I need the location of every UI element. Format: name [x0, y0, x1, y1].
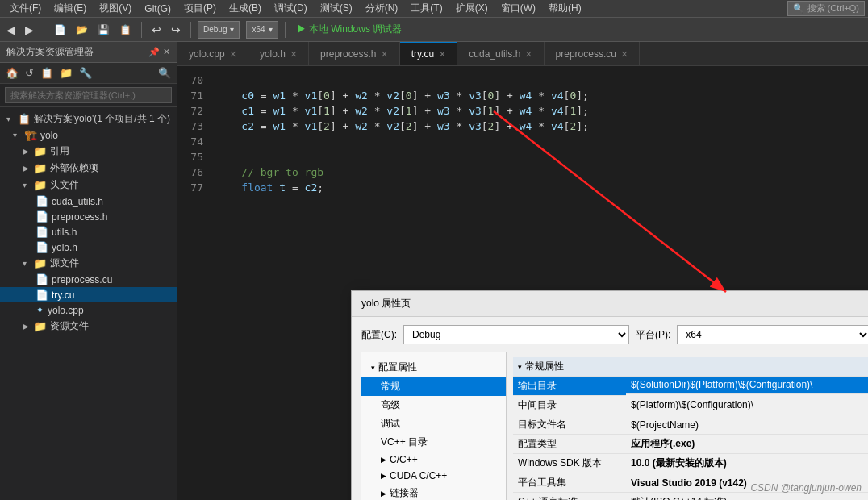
menu-item-edit[interactable]: 编辑(E) — [48, 0, 93, 17]
undo-btn[interactable]: ↩ — [148, 22, 165, 38]
tree-try-cu[interactable]: 📄 try.cu — [0, 287, 177, 302]
menu-item-project[interactable]: 项目(P) — [177, 0, 223, 17]
save-all-btn[interactable]: 📋 — [116, 23, 135, 37]
prop-name-platform-tools: 平台工具集 — [513, 473, 626, 493]
tree-yolo-h[interactable]: 📄 yolo.h — [0, 240, 177, 255]
menu-item-file[interactable]: 文件(F) — [3, 0, 48, 17]
tree-refs[interactable]: ▶ 📁 引用 — [0, 143, 177, 160]
dialog-body: 配置(C): Debug 平台(P): x64 配置管理器(O)... — [352, 317, 868, 500]
menu-item-tools[interactable]: 工具(T) — [404, 0, 449, 17]
cuda-utils-h-label: cuda_utils.h — [52, 196, 103, 207]
solution-explorer: 解决方案资源管理器 📌 ✕ 🏠 ↺ 📋 📁 🔧 🔍 ▾ 📋 解决方案'yolo'… — [0, 42, 177, 500]
prop-value-output-dir: $(SolutionDir)$(Platform)\$(Configuratio… — [626, 377, 868, 394]
sidebar-toolbar: 🏠 ↺ 📋 📁 🔧 🔍 — [0, 63, 177, 84]
dialog-panels: ▾ 配置属性 常规 高级 调试 VC++ 目录 ▶ C/C++ ▶ CUDA C… — [361, 352, 868, 500]
menu-item-test[interactable]: 测试(S) — [314, 0, 359, 17]
close-icon[interactable]: ✕ — [163, 47, 170, 57]
solution-arrow: ▾ — [6, 115, 15, 123]
platform-dropdown[interactable]: x64 ▾ — [246, 21, 278, 39]
config-dropdown[interactable]: Debug ▾ — [198, 21, 240, 39]
tree-preprocess-cu[interactable]: 📄 preprocess.cu — [0, 272, 177, 287]
search-box-menu[interactable]: 🔍 搜索 (Ctrl+Q) — [787, 1, 865, 16]
cat-config-arrow: ▾ — [371, 364, 375, 372]
tree-headers[interactable]: ▾ 📁 头文件 — [0, 177, 177, 194]
tree-preprocess-h[interactable]: 📄 preprocess.h — [0, 209, 177, 224]
config-value: Debug — [203, 25, 227, 34]
prop-value-target-name: $(ProjectName) — [626, 415, 868, 435]
tree-yolo-cpp[interactable]: ✦ yolo.cpp — [0, 302, 177, 318]
menu-item-git[interactable]: Git(G) — [138, 2, 177, 16]
menu-item-help[interactable]: 帮助(H) — [542, 0, 588, 17]
save-btn[interactable]: 💾 — [94, 23, 113, 37]
search-label: 搜索 (Ctrl+Q) — [807, 2, 859, 15]
prop-sub-advanced[interactable]: 高级 — [361, 396, 506, 415]
dialog-overlay: yolo 属性页 ? ✕ 配置(C): Debug 平台(P): — [177, 42, 868, 500]
menu-item-extensions[interactable]: 扩展(X) — [449, 0, 495, 17]
prop-section-general: ▾常规属性 — [513, 357, 868, 377]
forward-btn[interactable]: ▶ — [22, 22, 37, 38]
prop-sub-vc-dirs[interactable]: VC++ 目录 — [361, 433, 506, 452]
prop-row-target-name[interactable]: 目标文件名 $(ProjectName) — [513, 415, 868, 435]
sidebar-btn-1[interactable]: 🏠 — [3, 66, 21, 80]
sep4 — [285, 22, 286, 38]
prop-sub-cuda-cpp[interactable]: ▶ CUDA C/C++ — [361, 468, 506, 484]
prop-name-cpp-std: C++ 语言标准 — [513, 493, 626, 501]
sources-label: 源文件 — [50, 256, 79, 270]
sidebar-header: 解决方案资源管理器 📌 ✕ — [0, 42, 177, 63]
tree-extdeps[interactable]: ▶ 📁 外部依赖项 — [0, 160, 177, 177]
preprocess-h-label: preprocess.h — [52, 211, 107, 223]
dialog-title-bar: yolo 属性页 ? ✕ — [352, 291, 868, 317]
config-label: 配置(C): — [361, 328, 397, 342]
prop-sub-cpp[interactable]: ▶ C/C++ — [361, 452, 506, 468]
redo-btn[interactable]: ↪ — [168, 22, 184, 38]
tree-sources[interactable]: ▾ 📁 源文件 — [0, 255, 177, 272]
prop-name-target-name: 目标文件名 — [513, 415, 626, 435]
run-button[interactable]: ▶ 本地 Windows 调试器 — [292, 21, 407, 38]
tree-cuda-utils-h[interactable]: 📄 cuda_utils.h — [0, 194, 177, 209]
tree-solution[interactable]: ▾ 📋 解决方案'yolo'(1 个项目/共 1 个) — [0, 110, 177, 127]
pin-icon[interactable]: 📌 — [148, 47, 160, 57]
solution-icon: 📋 — [18, 113, 31, 125]
prop-name-int-dir: 中间目录 — [513, 396, 626, 415]
menu-item-build[interactable]: 生成(B) — [223, 0, 268, 17]
prop-row-win-sdk[interactable]: Windows SDK 版本 10.0 (最新安装的版本) — [513, 454, 868, 473]
search-btn[interactable]: 🔍 — [156, 66, 173, 80]
search-input[interactable] — [5, 87, 172, 103]
tree-utils-h[interactable]: 📄 utils.h — [0, 224, 177, 240]
dialog-left-panel: ▾ 配置属性 常规 高级 调试 VC++ 目录 ▶ C/C++ ▶ CUDA C… — [361, 352, 507, 500]
prop-sub-general[interactable]: 常规 — [361, 377, 506, 396]
prop-row-output-dir[interactable]: 输出目录 $(SolutionDir)$(Platform)\$(Configu… — [513, 377, 868, 396]
preprocess-cu-icon: 📄 — [35, 273, 48, 285]
tree-resources[interactable]: ▶ 📁 资源文件 — [0, 318, 177, 335]
prop-name-output-dir: 输出目录 — [513, 377, 626, 396]
preprocess-cu-label: preprocess.cu — [52, 274, 112, 285]
sidebar-btn-2[interactable]: ↺ — [23, 66, 36, 80]
yolo-cpp-label: yolo.cpp — [48, 305, 84, 316]
headers-label: 头文件 — [50, 178, 79, 192]
config-select[interactable]: Debug — [403, 325, 629, 344]
menu-item-analyze[interactable]: 分析(N) — [359, 0, 405, 17]
toolbar: ◀ ▶ 📄 📂 💾 📋 ↩ ↪ Debug ▾ x64 ▾ ▶ 本地 Windo… — [0, 18, 868, 42]
menu-item-view[interactable]: 视图(V) — [93, 0, 138, 17]
prop-sub-linker[interactable]: ▶ 链接器 — [361, 484, 506, 500]
prop-value-int-dir: $(Platform)\$(Configuration)\ — [626, 396, 868, 415]
extdeps-icon: 📁 — [34, 162, 47, 174]
prop-sub-debug[interactable]: 调试 — [361, 415, 506, 433]
menu-bar: 文件(F) 编辑(E) 视图(V) Git(G) 项目(P) 生成(B) 调试(… — [0, 0, 868, 18]
sidebar-btn-4[interactable]: 📁 — [57, 66, 75, 80]
new-btn[interactable]: 📄 — [51, 23, 69, 37]
menu-item-debug[interactable]: 调试(D) — [268, 0, 314, 17]
tree-project[interactable]: ▾ 🏗️ yolo — [0, 127, 177, 143]
menu-item-window[interactable]: 窗口(W) — [495, 0, 542, 17]
back-btn[interactable]: ◀ — [3, 22, 19, 38]
prop-cat-config[interactable]: ▾ 配置属性 — [361, 357, 506, 377]
open-btn[interactable]: 📂 — [73, 23, 91, 37]
sidebar-btn-3[interactable]: 📋 — [38, 66, 56, 80]
prop-row-config-type[interactable]: 配置类型 应用程序(.exe) — [513, 435, 868, 454]
project-label: yolo — [40, 130, 58, 141]
search-icon: 🔍 — [793, 3, 804, 14]
prop-row-int-dir[interactable]: 中间目录 $(Platform)\$(Configuration)\ — [513, 396, 868, 415]
platform-select[interactable]: x64 — [677, 325, 868, 344]
sidebar-icons: 📌 ✕ — [148, 47, 170, 57]
sidebar-btn-5[interactable]: 🔧 — [77, 66, 94, 80]
